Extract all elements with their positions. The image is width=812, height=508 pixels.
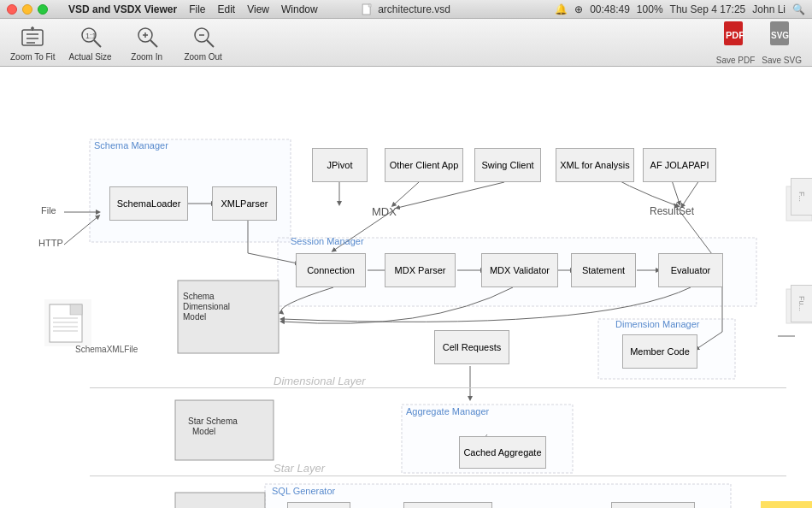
aggregator-loader-box: Aggregator Loader xyxy=(403,502,492,508)
window-title: architecture.vsd xyxy=(362,3,450,15)
accent-bar xyxy=(761,501,812,508)
menu-file[interactable]: File xyxy=(189,3,205,15)
traffic-lights xyxy=(7,4,48,15)
right-panel-box-2: Fu... xyxy=(791,285,812,322)
timer-display: 00:48:49 xyxy=(590,3,630,15)
battery-display: 100% xyxy=(637,3,663,15)
mdx-parser-box: MDX Parser xyxy=(385,253,456,287)
cell-requests-box: Cell Requests xyxy=(434,330,509,364)
file-label: File xyxy=(41,205,56,216)
save-pdf-button[interactable]: PDF Save PDF xyxy=(716,20,756,65)
swing-client-box: Swing Client xyxy=(474,148,541,182)
datetime-display: Thu Sep 4 17:25 xyxy=(670,3,746,15)
file-icon xyxy=(362,3,374,15)
zoom-to-fit-label: Zoom To Fit xyxy=(10,52,56,62)
menu-bar: VSD and VSDX Viewer File Edit View Windo… xyxy=(68,0,318,19)
svg-rect-31 xyxy=(50,304,82,342)
svg-text:SVG: SVG xyxy=(771,31,789,40)
sql-generator-label: SQL Generator xyxy=(272,486,335,496)
dialect-box: Dialect xyxy=(287,502,350,508)
svg-icon: SVG xyxy=(767,20,797,54)
svg-text:Model: Model xyxy=(192,427,215,436)
svg-rect-28 xyxy=(175,493,265,508)
svg-line-3 xyxy=(94,40,101,47)
schema-xml-label: SchemaXMLFile xyxy=(75,345,131,354)
af-jolapapi-box: AF JOLAPAPI xyxy=(643,148,716,182)
minimize-button[interactable] xyxy=(22,4,32,15)
schema-loader-box: SchemaLoader xyxy=(109,186,188,221)
toolbar: Zoom To Fit 1:1 Actual Size Zoom In xyxy=(0,19,812,67)
menu-edit[interactable]: Edit xyxy=(218,3,236,15)
diagram-area[interactable]: Schema Dimensional Model Star Schema Mod… xyxy=(0,67,812,508)
dimension-manager-label: Dimension Manager xyxy=(615,319,699,329)
other-client-box: Other Client App xyxy=(385,148,463,182)
star-layer-line xyxy=(90,476,786,476)
svg-text:PDF: PDF xyxy=(726,30,744,40)
svg-text:1:1: 1:1 xyxy=(85,32,97,40)
menu-app[interactable]: VSD and VSDX Viewer xyxy=(68,3,177,15)
connection-box: Connection xyxy=(296,253,366,287)
zoom-out-icon xyxy=(190,23,217,50)
export-area: PDF Save PDF SVG Save SVG xyxy=(716,20,802,65)
star-layer-label: Star Layer xyxy=(274,462,325,475)
dimensional-layer-line xyxy=(90,387,786,388)
titlebar: VSD and VSDX Viewer File Edit View Windo… xyxy=(0,0,812,19)
actual-size-label: Actual Size xyxy=(69,52,112,62)
zoom-in-icon xyxy=(133,23,161,50)
search-icon[interactable]: 🔍 xyxy=(792,3,805,15)
save-svg-label: Save SVG xyxy=(762,56,802,65)
diagram-arrows: Schema Dimensional Model Star Schema Mod… xyxy=(0,67,812,508)
svg-rect-30 xyxy=(44,299,91,346)
svg-line-6 xyxy=(150,40,157,47)
actual-size-icon: 1:1 xyxy=(77,23,104,50)
zoom-to-fit-icon xyxy=(19,23,46,50)
evaluator-box: Evaluator xyxy=(658,253,723,287)
titlebar-right: 🔔 ⊕ 00:48:49 100% Thu Sep 4 17:25 John L… xyxy=(555,3,805,15)
member-code-box: Member Code xyxy=(622,334,697,369)
maximize-button[interactable] xyxy=(38,4,48,15)
member-loader-box: Member Loader xyxy=(611,502,695,508)
user-display: John Li xyxy=(752,3,786,15)
http-label: HTTP xyxy=(38,238,63,248)
actual-size-button[interactable]: 1:1 Actual Size xyxy=(69,23,112,62)
svg-text:Dimensional: Dimensional xyxy=(183,302,230,311)
aggregate-manager-label: Aggregate Manager xyxy=(406,406,489,416)
zoom-out-button[interactable]: Zoom Out xyxy=(182,23,225,62)
zoom-out-label: Zoom Out xyxy=(184,52,221,62)
svg-rect-21 xyxy=(178,281,279,353)
zoom-in-label: Zoom In xyxy=(131,52,162,62)
statement-box: Statement xyxy=(571,253,636,287)
save-svg-button[interactable]: SVG Save SVG xyxy=(762,20,802,65)
svg-rect-32 xyxy=(70,304,82,315)
session-manager-label: Session Manager xyxy=(291,236,364,246)
menu-view[interactable]: View xyxy=(247,3,269,15)
bluetooth-icon: ⊕ xyxy=(574,3,583,15)
svg-text:Star Schema: Star Schema xyxy=(188,416,238,426)
cached-aggregate-box: Cached Aggregate xyxy=(459,436,546,469)
jpivot-box: JPivot xyxy=(312,148,368,182)
pdf-icon: PDF xyxy=(721,20,751,54)
clock-icon: 🔔 xyxy=(555,3,568,15)
svg-text:Model: Model xyxy=(183,312,206,322)
svg-line-10 xyxy=(207,40,214,47)
close-button[interactable] xyxy=(7,4,17,15)
zoom-to-fit-button[interactable]: Zoom To Fit xyxy=(10,23,56,62)
zoom-in-button[interactable]: Zoom In xyxy=(126,23,168,62)
xml-analysis-box: XML for Analysis xyxy=(556,148,634,182)
dimensional-layer-label: Dimensional Layer xyxy=(274,375,366,387)
svg-rect-25 xyxy=(175,400,274,460)
resultset-label: ResultSet xyxy=(650,205,694,217)
svg-text:Schema: Schema xyxy=(183,292,215,301)
main-content: Schema Dimensional Model Star Schema Mod… xyxy=(0,67,812,508)
mdx-label: MDX xyxy=(372,205,397,218)
schema-manager-label: Schema Manager xyxy=(94,140,168,151)
right-panel-box-1: F... xyxy=(791,178,812,216)
save-pdf-label: Save PDF xyxy=(716,56,756,65)
xml-parser-box: XMLParser xyxy=(212,186,277,221)
menu-window[interactable]: Window xyxy=(281,3,318,15)
mdx-validator-box: MDX Validator xyxy=(481,253,558,287)
